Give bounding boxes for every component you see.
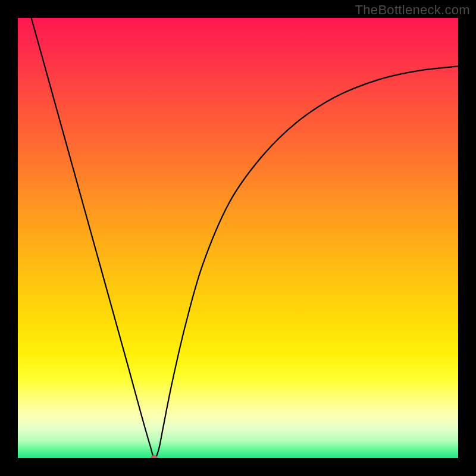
watermark-text: TheBottleneck.com — [355, 2, 470, 18]
chart-frame: TheBottleneck.com — [0, 0, 476, 476]
minimum-marker — [151, 455, 158, 458]
bottleneck-curve — [18, 18, 458, 458]
plot-area — [18, 18, 458, 458]
